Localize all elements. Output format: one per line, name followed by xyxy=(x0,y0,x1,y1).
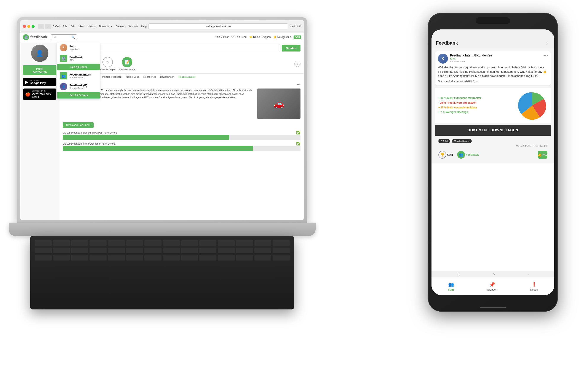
dropdown-user-feedbank[interactable]: 🏦 Feedbank ING xyxy=(57,53,100,64)
post-options-icon[interactable]: ••• xyxy=(297,83,301,87)
menu-file[interactable]: File xyxy=(63,25,67,28)
feedback-icon[interactable]: 👥 xyxy=(457,151,465,159)
menu-view[interactable]: View xyxy=(78,25,84,28)
dropdown-user-felix[interactable]: F Felix Ingenieur xyxy=(57,42,100,53)
send-button[interactable]: Senden xyxy=(282,45,301,51)
key[interactable] xyxy=(35,240,52,246)
nav-neues[interactable]: ❗ Neues xyxy=(530,282,538,291)
chat-options-icon[interactable]: ••• xyxy=(544,54,548,58)
key[interactable] xyxy=(181,255,198,261)
key[interactable] xyxy=(71,255,88,261)
key[interactable] xyxy=(108,247,125,254)
dropdown-group-b[interactable]: 👤 Feedbank (B) Private Group xyxy=(57,81,100,92)
key[interactable] xyxy=(236,255,253,261)
key[interactable] xyxy=(218,247,235,254)
key[interactable] xyxy=(144,247,161,254)
key[interactable] xyxy=(126,255,143,261)
filter-meistes-feedback[interactable]: Meistes Feedback xyxy=(101,75,123,79)
group-alles[interactable]: ○ Alles anzeigen xyxy=(100,57,116,71)
key[interactable] xyxy=(144,255,161,261)
key[interactable] xyxy=(273,247,290,254)
key[interactable] xyxy=(144,240,161,246)
nav-start[interactable]: 👥 Start xyxy=(448,282,454,291)
key[interactable] xyxy=(126,240,143,246)
menu-help[interactable]: Help xyxy=(141,25,147,28)
menu-bookmarks[interactable]: Bookmarks xyxy=(99,25,112,28)
key[interactable] xyxy=(254,247,272,254)
search-icon[interactable]: 🔍 xyxy=(71,35,75,39)
key[interactable] xyxy=(254,240,272,246)
menu-develop[interactable]: Develop xyxy=(116,25,125,28)
nav-feed[interactable]: 🗨 Dein Feed xyxy=(231,35,247,39)
key[interactable] xyxy=(236,247,253,254)
key[interactable] xyxy=(89,240,107,246)
poll-check-1[interactable]: ✅ xyxy=(296,130,301,135)
key[interactable] xyxy=(273,240,290,246)
minimize-button[interactable] xyxy=(27,25,30,28)
pro-icon[interactable]: 👍 PRO xyxy=(538,151,547,159)
key[interactable] xyxy=(53,247,70,254)
filter-neueste[interactable]: Neueste zuerst xyxy=(177,75,197,79)
home-btn[interactable]: ○ xyxy=(493,272,495,277)
tag-2020-1[interactable]: 2020-1 xyxy=(438,139,450,143)
lang-badge[interactable]: GER xyxy=(294,35,301,39)
download-document-btn[interactable]: Download Document xyxy=(63,122,94,128)
tag-monthly-report[interactable]: MonthlyReport xyxy=(452,139,472,143)
dropdown-group-intern[interactable]: 👥 Feedbank Intern Private Group xyxy=(57,70,100,81)
menu-edit[interactable]: Edit xyxy=(71,25,75,28)
key[interactable] xyxy=(35,255,52,261)
key[interactable] xyxy=(181,240,198,246)
nav-news[interactable]: 🔔 Neuigkeiten xyxy=(273,35,291,39)
con-icon[interactable]: 👎 xyxy=(438,151,446,159)
phone-menu-icon[interactable]: ⋮ xyxy=(546,41,550,46)
back-gesture-btn[interactable]: ||| xyxy=(457,272,459,277)
google-play-btn[interactable]: ▶ GET IT ON Google Play xyxy=(23,78,56,86)
key[interactable] xyxy=(163,247,180,254)
key[interactable] xyxy=(254,255,272,261)
address-bar[interactable]: webapp.feedbank.pro xyxy=(148,23,288,29)
key[interactable] xyxy=(218,255,235,261)
key[interactable] xyxy=(89,247,107,254)
search-input[interactable] xyxy=(53,35,70,39)
nav-groups[interactable]: ⭐ Deine Gruppen xyxy=(249,35,271,39)
recent-btn[interactable]: ‹ xyxy=(528,272,529,277)
nav-gruppen[interactable]: 📌 Gruppen xyxy=(487,282,497,291)
nav-search[interactable]: 🔍 xyxy=(51,34,77,40)
key[interactable] xyxy=(53,240,70,246)
key[interactable] xyxy=(199,247,217,254)
key[interactable] xyxy=(71,240,88,246)
filter-meiste-cons[interactable]: Meiste Cons xyxy=(124,75,141,79)
download-dokument-btn[interactable]: DOKUMENT DOWNLOADEN xyxy=(435,125,551,136)
key[interactable] xyxy=(53,255,70,261)
menu-safari[interactable]: Safari xyxy=(53,25,60,28)
filter-meiste-pros[interactable]: Meiste Pros xyxy=(142,75,158,79)
edit-profile-btn[interactable]: Profilbearbeiten xyxy=(23,65,56,75)
groups-next-btn[interactable]: › xyxy=(294,61,301,67)
key[interactable] xyxy=(71,247,88,254)
group-blogs[interactable]: 📝 Business-Blogs xyxy=(119,57,135,71)
key[interactable] xyxy=(108,255,125,261)
forward-button[interactable]: › xyxy=(45,24,51,29)
menu-history[interactable]: History xyxy=(87,25,96,28)
close-button[interactable] xyxy=(23,25,26,28)
key[interactable] xyxy=(199,255,217,261)
key[interactable] xyxy=(218,240,235,246)
menu-window[interactable]: Window xyxy=(129,25,138,28)
key[interactable] xyxy=(108,240,125,246)
key[interactable] xyxy=(181,247,198,254)
key[interactable] xyxy=(163,255,180,261)
fullscreen-button[interactable] xyxy=(32,25,35,28)
filter-bewertungen[interactable]: Bewertungen xyxy=(158,75,176,79)
key[interactable] xyxy=(35,247,52,254)
app-store-btn[interactable]: 🍎 Download on the Download App Store xyxy=(23,89,56,100)
poll-check-2[interactable]: ✅ xyxy=(296,142,301,146)
nav-knut[interactable]: Knut Vicktor xyxy=(215,35,229,39)
key[interactable] xyxy=(163,240,180,246)
key[interactable] xyxy=(199,240,217,246)
see-all-users-btn[interactable]: See All Users xyxy=(57,64,100,70)
back-button[interactable]: ‹ xyxy=(38,24,44,29)
key[interactable] xyxy=(236,240,253,246)
key[interactable] xyxy=(273,255,290,261)
key[interactable] xyxy=(126,247,143,254)
see-all-groups-btn[interactable]: See All Groups xyxy=(57,92,100,98)
